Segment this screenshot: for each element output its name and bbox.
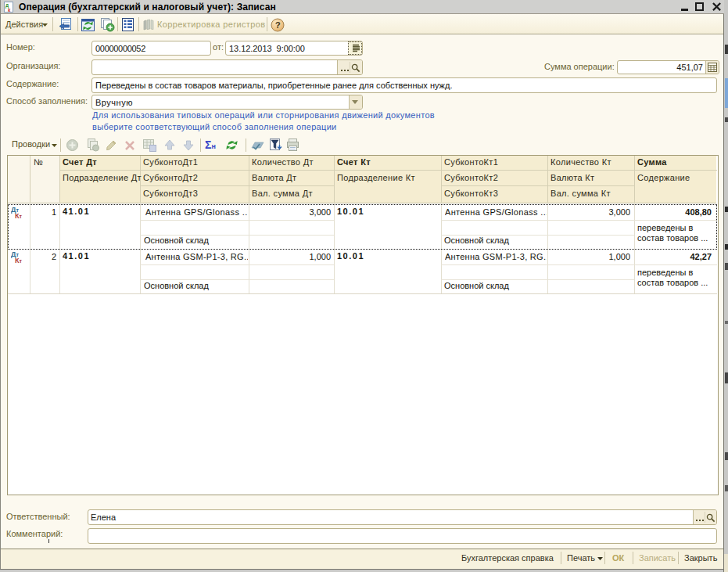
svg-text:?: ?	[275, 20, 281, 30]
